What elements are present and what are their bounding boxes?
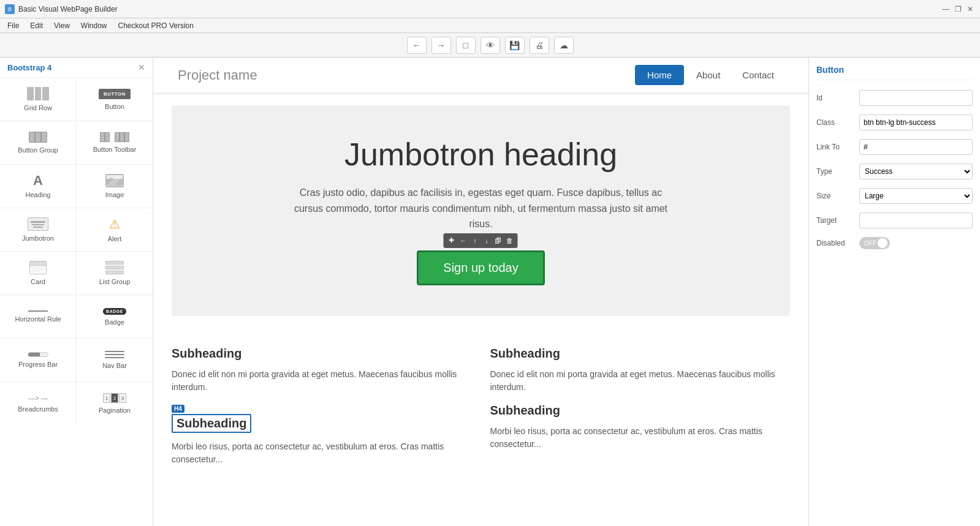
canvas-area[interactable]: Project name Home About Contact Jumbotro… (153, 58, 808, 526)
h4-badge: H4 (172, 405, 184, 413)
component-card[interactable]: Card (0, 252, 76, 295)
component-nav-bar[interactable]: Nav Bar (77, 339, 153, 381)
progress-bar-icon (28, 352, 48, 357)
maximize-button[interactable]: ❐ (953, 4, 963, 14)
prop-target-input[interactable] (859, 212, 973, 228)
component-list-group[interactable]: List Group (77, 252, 153, 295)
jumbotron-heading: Jumbotron heading (190, 136, 772, 173)
button-wrapper: ✚ ← ↑ ↓ 🗐 🗑 Sign up today (417, 250, 544, 285)
component-horizontal-rule[interactable]: Horizontal Rule (0, 295, 76, 338)
component-button-toolbar[interactable]: Button Toolbar (77, 121, 153, 164)
prop-id-label: Id (816, 94, 859, 102)
breadcrumbs-label: Breadcrumbs (18, 405, 58, 413)
grid-row-icon (27, 87, 49, 100)
preview-button[interactable]: 👁 (481, 37, 500, 54)
button-toolbar-overlay: ✚ ← ↑ ↓ 🗐 🗑 (444, 233, 518, 248)
forward-button[interactable]: → (431, 37, 451, 54)
component-grid-row[interactable]: Grid Row (0, 78, 76, 121)
right-panel-title: Button (816, 65, 973, 80)
nav-about-link[interactable]: About (686, 65, 730, 85)
button-group-icon (29, 132, 47, 143)
jumbotron-icon (28, 217, 48, 231)
menu-window[interactable]: Window (76, 20, 112, 31)
close-button[interactable]: ✕ (965, 4, 975, 14)
content-col-right: Subheading Donec id elit non mi porta gr… (490, 347, 791, 466)
component-image[interactable]: Image (77, 165, 153, 208)
nav-links: Home About Contact (635, 65, 784, 85)
prop-link-label: Link To (816, 143, 859, 151)
subheading-2-text: Donec id elit non mi porta gravida at eg… (490, 368, 791, 394)
sidebar-close-button[interactable]: ✕ (138, 62, 145, 72)
sidebar-title: Bootstrap 4 (7, 63, 51, 72)
component-alert[interactable]: ⚠ Alert (77, 208, 153, 251)
pagination-label: Pagination (99, 407, 131, 414)
subheading-3-title: Subheading (172, 414, 251, 433)
jumbotron-text: Cras justo odio, dapibus ac facilisis in… (291, 185, 671, 232)
heading-icon: A (33, 174, 43, 187)
subheading-2-title: Subheading (490, 347, 791, 361)
svg-point-1 (110, 177, 113, 181)
prop-type-select[interactable]: Default Primary Secondary Success Danger… (859, 163, 973, 179)
prop-disabled-label: Disabled (816, 239, 859, 247)
prop-row-id: Id (816, 90, 973, 106)
component-heading[interactable]: A Heading (0, 165, 76, 208)
component-badge[interactable]: BADGE Badge (77, 295, 153, 338)
components-grid: Grid Row BUTTON Button Button Group (0, 78, 153, 425)
menu-checkout[interactable]: Checkout PRO Version (113, 20, 199, 31)
component-button-group[interactable]: Button Group (0, 121, 76, 164)
prop-row-size: Size Small Default Large (816, 188, 973, 204)
subheading-1-title: Subheading (172, 347, 472, 361)
fullscreen-button[interactable]: □ (456, 37, 476, 54)
content-col-left: Subheading Donec id elit non mi porta gr… (172, 347, 472, 466)
prop-link-input[interactable] (859, 139, 973, 155)
progress-bar-label: Progress Bar (18, 361, 58, 368)
main-layout: Bootstrap 4 ✕ Grid Row BUTTON Button (0, 58, 980, 526)
cloud-button[interactable]: ☁ (554, 37, 574, 54)
image-label: Image (105, 191, 124, 198)
prop-class-input[interactable] (859, 115, 973, 130)
app-icon: B (5, 4, 15, 14)
pagination-icon: 123 (103, 393, 126, 403)
nav-bar-label: Nav Bar (102, 362, 127, 369)
tool-left[interactable]: ← (458, 235, 469, 246)
menu-edit[interactable]: Edit (25, 20, 48, 31)
component-button[interactable]: BUTTON Button (77, 78, 153, 121)
save-button[interactable]: 💾 (505, 37, 525, 54)
svg-marker-2 (107, 181, 123, 186)
nav-bar-icon (105, 351, 124, 358)
prop-size-select[interactable]: Small Default Large (859, 188, 973, 204)
component-progress-bar[interactable]: Progress Bar (0, 339, 76, 381)
toggle-circle (878, 238, 887, 248)
prop-row-link: Link To (816, 139, 973, 155)
nav-home-button[interactable]: Home (635, 65, 684, 85)
back-button[interactable]: ← (407, 37, 427, 54)
tool-up[interactable]: ↑ (469, 235, 481, 246)
horizontal-rule-label: Horizontal Rule (15, 315, 61, 323)
component-pagination[interactable]: 123 Pagination (77, 382, 153, 425)
menu-file[interactable]: File (2, 20, 24, 31)
list-group-icon (105, 261, 124, 274)
tool-copy[interactable]: 🗐 (493, 235, 504, 246)
tool-move[interactable]: ✚ (446, 235, 457, 246)
print-button[interactable]: 🖨 (530, 37, 549, 54)
svg-rect-0 (107, 175, 123, 187)
toolbar: ← → □ 👁 💾 🖨 ☁ (0, 33, 980, 58)
prop-class-label: Class (816, 118, 859, 127)
tool-down[interactable]: ↓ (481, 235, 492, 246)
subheading-1-text: Donec id elit non mi porta gravida at eg… (172, 368, 472, 394)
title-bar: B Basic Visual WebPage Builder — ❐ ✕ (0, 0, 980, 18)
sign-up-button[interactable]: Sign up today (417, 250, 544, 285)
canvas-inner: Project name Home About Contact Jumbotro… (153, 58, 808, 526)
nav-contact-link[interactable]: Contact (732, 65, 784, 85)
disabled-toggle[interactable]: OFF (859, 237, 890, 249)
subheading-4-title: Subheading (490, 404, 791, 418)
component-jumbotron[interactable]: Jumbotron (0, 208, 76, 251)
minimize-button[interactable]: — (941, 4, 951, 14)
button-icon: BUTTON (99, 89, 131, 99)
tool-delete[interactable]: 🗑 (504, 235, 515, 246)
component-breadcrumbs[interactable]: —> — Breadcrumbs (0, 382, 76, 425)
prop-row-type: Type Default Primary Secondary Success D… (816, 163, 973, 179)
menu-view[interactable]: View (49, 20, 75, 31)
nav-brand: Project name (178, 67, 257, 83)
prop-id-input[interactable] (859, 90, 973, 106)
